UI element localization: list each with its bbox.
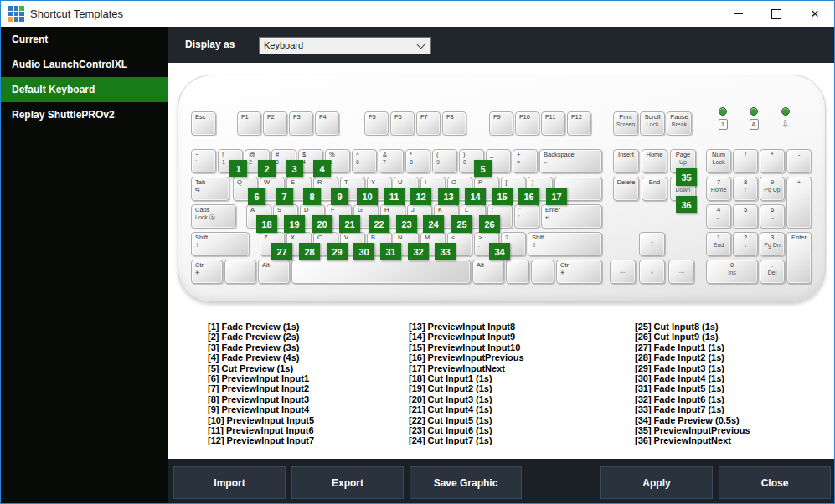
key-tab[interactable]: Tab⇆ <box>191 177 229 201</box>
key-blank[interactable]: - <box>786 149 812 173</box>
key-ctr[interactable]: Ctr✳ <box>191 260 223 284</box>
assigned-key-29[interactable]: 29 <box>327 243 348 260</box>
assigned-key-2[interactable]: 2 <box>258 160 276 177</box>
assigned-key-8[interactable]: 8 <box>303 188 321 205</box>
key-ctr[interactable]: Ctr✳ <box>556 260 602 284</box>
assigned-key-31[interactable]: 31 <box>380 243 401 260</box>
key-f9[interactable]: F9 <box>489 111 513 136</box>
sidebar-item-audio-launchcontrolxl[interactable]: Audio LaunchControlXL <box>1 52 168 77</box>
assigned-key-35[interactable]: 35 <box>676 168 697 186</box>
assigned-key-24[interactable]: 24 <box>423 215 444 233</box>
assigned-key-6[interactable]: 6 <box>248 188 265 205</box>
key-backspace[interactable]: Backspace← <box>539 149 602 173</box>
maximize-button[interactable] <box>757 1 796 27</box>
key-enter[interactable]: Enter <box>786 232 812 284</box>
key-pause[interactable]: PauseBreak <box>667 111 692 136</box>
close-button[interactable]: ✕ <box>796 1 834 27</box>
key-blank[interactable]: → <box>668 260 694 284</box>
key-8[interactable]: 8↑ <box>733 177 758 201</box>
key-shift[interactable]: Shift⇧ <box>191 232 250 256</box>
assigned-key-17[interactable]: 17 <box>546 188 567 205</box>
key-f6[interactable]: F6 <box>390 111 415 136</box>
key-f10[interactable]: F10 <box>515 111 539 136</box>
key-alt[interactable]: Alt <box>258 260 290 284</box>
key-blank[interactable]: += <box>513 149 538 173</box>
key-delete[interactable]: Delete <box>613 177 639 201</box>
assigned-key-16[interactable]: 16 <box>518 188 539 205</box>
key-blank[interactable]: ^6 <box>352 149 377 173</box>
key-caps[interactable]: CapsLock Ⓐ <box>191 204 236 229</box>
key-f2[interactable]: F2 <box>263 111 287 136</box>
key-blank[interactable]: ↓ <box>639 260 665 284</box>
key-2[interactable]: 2↓ <box>733 232 758 256</box>
key-f11[interactable]: F11 <box>541 111 565 136</box>
assigned-key-7[interactable]: 7 <box>276 188 293 205</box>
minimize-button[interactable] <box>719 1 757 27</box>
assigned-key-4[interactable]: 4 <box>313 160 331 177</box>
assigned-key-21[interactable]: 21 <box>339 215 360 233</box>
assigned-key-12[interactable]: 12 <box>410 188 431 205</box>
key-7[interactable]: 7Home <box>706 177 731 201</box>
key-blank[interactable]: ↑ <box>639 232 665 256</box>
key-num[interactable]: NumLock <box>706 149 731 173</box>
assigned-key-27[interactable]: 27 <box>271 243 292 260</box>
key-esc[interactable]: Esc <box>191 111 216 136</box>
assigned-key-33[interactable]: 33 <box>435 243 456 260</box>
key-shift[interactable]: Shift⇧ <box>528 232 602 256</box>
assigned-key-1[interactable]: 1 <box>229 160 247 177</box>
key-blank[interactable]: .Del <box>760 260 785 284</box>
key-blank[interactable]: &7 <box>379 149 404 173</box>
key-4[interactable]: 4← <box>706 204 731 229</box>
assigned-key-32[interactable]: 32 <box>408 243 429 260</box>
assigned-key-20[interactable]: 20 <box>312 215 332 233</box>
key-blank[interactable]: "' <box>514 204 539 229</box>
assigned-key-28[interactable]: 28 <box>299 243 320 260</box>
assigned-key-10[interactable]: 10 <box>357 188 378 205</box>
key-blank[interactable]: * <box>760 149 785 173</box>
key-scroll[interactable]: ScrollLock <box>640 111 665 136</box>
key-blank[interactable] <box>224 260 256 284</box>
assigned-key-11[interactable]: 11 <box>384 188 405 205</box>
assigned-key-14[interactable]: 14 <box>465 188 486 205</box>
key-0[interactable]: 0Ins <box>706 260 758 284</box>
display-as-select[interactable]: Keyboard <box>259 37 431 54</box>
key-blank[interactable]: *8 <box>405 149 430 173</box>
assigned-key-34[interactable]: 34 <box>489 243 510 260</box>
key-insert[interactable]: Insert <box>613 149 639 173</box>
assigned-key-26[interactable]: 26 <box>479 215 500 233</box>
assigned-key-15[interactable]: 15 <box>492 188 513 205</box>
key-1[interactable]: 1End <box>706 232 731 256</box>
key-end[interactable]: End <box>642 177 667 201</box>
key-enter[interactable]: Enter↵ <box>541 204 602 229</box>
assigned-key-30[interactable]: 30 <box>353 243 374 260</box>
assigned-key-5[interactable]: 5 <box>474 160 492 177</box>
key-blank[interactable]: + <box>786 177 812 229</box>
key-blank[interactable] <box>506 260 529 284</box>
assigned-key-9[interactable]: 9 <box>331 188 348 205</box>
assigned-key-36[interactable]: 36 <box>676 196 697 213</box>
key-f8[interactable]: F8 <box>442 111 466 136</box>
key-6[interactable]: 6→ <box>760 204 785 229</box>
import-button[interactable]: Import <box>173 466 286 499</box>
save-graphic-button[interactable]: Save Graphic <box>410 466 522 499</box>
key-print[interactable]: PrintScreen <box>613 111 638 136</box>
key-blank[interactable]: / <box>733 149 758 173</box>
apply-button[interactable]: Apply <box>600 466 713 499</box>
key-f1[interactable]: F1 <box>237 111 261 136</box>
assigned-key-19[interactable]: 19 <box>284 215 305 233</box>
key-f3[interactable]: F3 <box>289 111 313 136</box>
key-blank[interactable]: (9 <box>432 149 457 173</box>
assigned-key-18[interactable]: 18 <box>256 215 277 233</box>
close-button[interactable]: Close <box>719 466 831 499</box>
key-f7[interactable]: F7 <box>416 111 441 136</box>
key-f12[interactable]: F12 <box>567 111 591 136</box>
key-blank[interactable]: ~` <box>191 149 216 173</box>
assigned-key-22[interactable]: 22 <box>369 215 389 233</box>
sidebar-item-current[interactable]: Current <box>1 27 168 52</box>
sidebar-item-default-keyboard[interactable]: Default Keyboard <box>1 77 168 102</box>
key-f5[interactable]: F5 <box>364 111 389 136</box>
assigned-key-3[interactable]: 3 <box>286 160 303 177</box>
key-3[interactable]: 3Pg Dn <box>760 232 785 256</box>
key-5[interactable]: 5 <box>733 204 758 229</box>
key-9[interactable]: 9Pg Up <box>760 177 785 201</box>
